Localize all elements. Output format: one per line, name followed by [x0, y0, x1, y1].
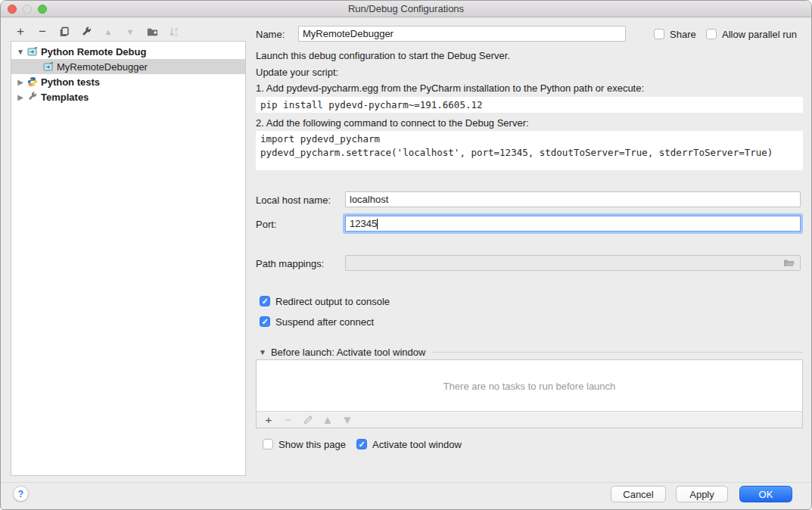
move-down-icon[interactable]: ▼	[341, 414, 353, 426]
wrench-icon	[27, 92, 38, 102]
checkbox-box[interactable]	[654, 29, 664, 39]
chevron-collapsed-icon[interactable]: ▶	[16, 93, 25, 101]
activate-tool-window-checkbox-label: Activate tool window	[372, 439, 462, 450]
before-launch-header[interactable]: ▼ Before launch: Activate tool window	[259, 347, 803, 358]
tree-item-python-tests[interactable]: ▶ Python tests	[11, 74, 245, 89]
add-icon[interactable]: +	[14, 26, 26, 38]
suspend-after-connect-checkbox[interactable]: Suspend after connect	[260, 316, 374, 328]
remote-debug-config-icon	[43, 61, 54, 72]
svg-text:a: a	[175, 26, 178, 32]
question-mark-icon: ?	[18, 489, 23, 499]
allow-parallel-run-checkbox-label: Allow parallel run	[722, 29, 797, 40]
activate-tool-window-checkbox[interactable]: Activate tool window	[356, 438, 462, 450]
sort-alphabetically-icon[interactable]: az	[168, 26, 180, 38]
python-icon	[27, 76, 38, 87]
path-mappings-input[interactable]	[345, 255, 801, 271]
share-checkbox[interactable]: Share	[654, 28, 696, 40]
divider	[433, 352, 803, 353]
cancel-button[interactable]: Cancel	[611, 486, 666, 502]
allow-parallel-run-checkbox[interactable]: Allow parallel run	[706, 28, 797, 40]
tree-item-label: Python tests	[41, 76, 100, 88]
remove-icon[interactable]: −	[36, 26, 48, 38]
share-checkbox-label: Share	[670, 29, 696, 40]
local-host-name-input[interactable]	[345, 191, 801, 207]
settrace-code-snippet: import pydevd_pycharm pydevd_pycharm.set…	[256, 131, 803, 170]
checkbox-box[interactable]	[260, 316, 270, 327]
edit-icon[interactable]	[302, 414, 314, 426]
ok-button[interactable]: OK	[739, 486, 792, 502]
run-debug-configurations-dialog: Run/Debug Configurations + − ▲ ▼ az ▼ Py…	[0, 0, 812, 510]
redirect-output-checkbox[interactable]: Redirect output to console	[260, 295, 390, 307]
checkbox-box[interactable]	[263, 439, 273, 449]
edit-defaults-wrench-icon[interactable]	[80, 26, 92, 38]
footer-divider	[1, 482, 811, 483]
checkbox-box[interactable]	[356, 439, 367, 449]
pip-install-command: pip install pydevd-pycharm~=191.6605.12	[256, 97, 803, 113]
local-host-name-label: Local host name:	[256, 194, 331, 206]
chevron-expanded-icon[interactable]: ▼	[259, 348, 266, 356]
tree-item-python-remote-debug[interactable]: ▼ Python Remote Debug	[11, 44, 245, 59]
move-down-icon[interactable]: ▼	[124, 26, 136, 38]
move-up-icon[interactable]: ▲	[102, 26, 114, 38]
before-launch-empty-text: There are no tasks to run before launch	[257, 360, 802, 412]
tree-item-label: Python Remote Debug	[41, 46, 146, 58]
svg-text:z: z	[175, 32, 177, 37]
instruction-step-2: 2. Add the following command to connect …	[256, 117, 529, 129]
tree-item-label: MyRemoteDebugger	[57, 61, 148, 73]
text-cursor	[377, 219, 378, 229]
code-line-1: import pydevd_pycharm	[260, 133, 380, 145]
configurations-toolbar: + − ▲ ▼ az	[14, 24, 180, 39]
redirect-output-checkbox-label: Redirect output to console	[275, 296, 390, 307]
port-label: Port:	[256, 219, 276, 230]
add-icon[interactable]: +	[263, 414, 275, 426]
titlebar[interactable]: Run/Debug Configurations	[1, 1, 811, 17]
configurations-tree: ▼ Python Remote Debug MyRemoteDebugger ▶…	[11, 41, 246, 476]
chevron-expanded-icon[interactable]: ▼	[16, 48, 25, 56]
show-this-page-checkbox[interactable]: Show this page	[263, 438, 346, 450]
tree-item-templates[interactable]: ▶ Templates	[11, 89, 245, 104]
copy-icon[interactable]	[58, 26, 70, 38]
checkbox-box[interactable]	[260, 296, 270, 306]
help-button[interactable]: ?	[13, 486, 29, 502]
instruction-line-1: Launch this debug configuration to start…	[256, 50, 510, 61]
path-mappings-label: Path mappings:	[256, 258, 324, 269]
browse-folder-icon[interactable]	[783, 258, 795, 271]
name-input[interactable]	[298, 26, 626, 42]
before-launch-toolbar: + − ▲ ▼	[257, 411, 802, 428]
port-input[interactable]	[345, 216, 801, 232]
before-launch-title: Before launch: Activate tool window	[271, 347, 426, 358]
remote-debug-config-icon	[27, 46, 38, 57]
move-up-icon[interactable]: ▲	[322, 414, 334, 426]
window-title: Run/Debug Configurations	[1, 3, 811, 14]
name-label: Name:	[256, 29, 285, 40]
apply-button[interactable]: Apply	[676, 486, 728, 502]
instruction-line-2: Update your script:	[256, 67, 338, 78]
tree-item-myremotedebugger[interactable]: MyRemoteDebugger	[11, 59, 245, 74]
instruction-step-1: 1. Add pydevd-pycharm.egg from the PyCha…	[256, 82, 644, 94]
chevron-collapsed-icon[interactable]: ▶	[16, 78, 25, 86]
tree-item-label: Templates	[41, 92, 89, 103]
remove-icon[interactable]: −	[282, 414, 294, 426]
suspend-after-connect-checkbox-label: Suspend after connect	[275, 316, 374, 328]
code-line-2: pydevd_pycharm.settrace('localhost', por…	[260, 147, 773, 158]
checkbox-box[interactable]	[706, 29, 717, 39]
before-launch-task-list: There are no tasks to run before launch …	[256, 359, 803, 428]
show-this-page-checkbox-label: Show this page	[278, 439, 346, 450]
new-folder-icon[interactable]	[146, 26, 158, 38]
